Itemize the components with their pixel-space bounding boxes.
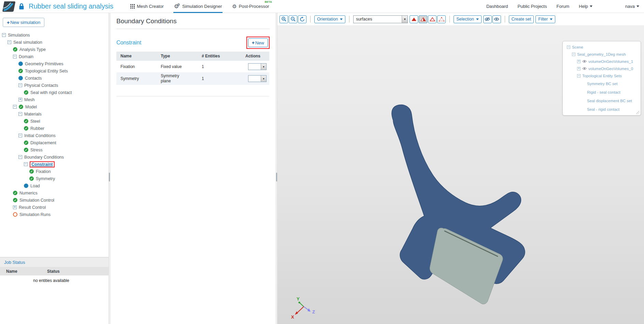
display-mode-solid-button[interactable]	[410, 15, 418, 23]
orientation-dropdown[interactable]: Orientation	[314, 15, 345, 23]
tree-item-displacement[interactable]: ✓Displacement	[0, 139, 109, 146]
mesh-display-select[interactable]: surfaces ▼	[353, 15, 408, 23]
tree-item-label[interactable]: Contacts	[25, 76, 42, 81]
tree-item-seal-with-rigid-contact[interactable]: ✓Seal with rigid contact	[0, 89, 109, 96]
tree-item-label[interactable]: Result Control	[19, 205, 46, 210]
collapse-box-icon[interactable]: −	[13, 55, 17, 58]
tree-item-geometry-primitives[interactable]: Geometry Primitives	[0, 60, 109, 67]
tree-item-contacts[interactable]: Contacts	[0, 75, 109, 82]
collapse-box-icon[interactable]: −	[18, 83, 22, 87]
tree-item-result-control[interactable]: +Result Control	[0, 204, 109, 211]
actions-select[interactable]: ▼	[248, 75, 267, 82]
new-simulation-button[interactable]: + New simulation	[3, 18, 44, 27]
scene-item-topological-entity-sets[interactable]: −Topological Entity Sets	[564, 72, 639, 79]
tree-item-mesh[interactable]: +Mesh	[0, 96, 109, 103]
scene-item-label[interactable]: Rigid - seal contact	[587, 90, 620, 94]
tree-item-label[interactable]: Fixation	[36, 169, 51, 174]
zoom-out-button[interactable]	[289, 15, 297, 23]
expand-box-icon[interactable]: +	[577, 60, 581, 63]
tree-item-simulation-control[interactable]: ✓Simulation Control	[0, 197, 109, 204]
collapse-box-icon[interactable]: −	[13, 105, 17, 109]
eye-icon[interactable]	[582, 60, 587, 63]
scene-item-label[interactable]: Topological Entity Sets	[582, 74, 622, 78]
tree-item-materials[interactable]: −Materials	[0, 110, 109, 118]
user-menu[interactable]: nava	[625, 4, 639, 9]
collapse-box-icon[interactable]: −	[18, 112, 22, 116]
tree-item-simulation-runs[interactable]: Simulation Runs	[0, 211, 109, 218]
new-constraint-button[interactable]: + New	[248, 38, 268, 47]
scene-item-label[interactable]: Scene	[572, 45, 583, 49]
scene-item-rigid-seal-contact[interactable]: Rigid - seal contact	[564, 88, 639, 96]
collapse-box-icon[interactable]: −	[2, 33, 6, 37]
tree-item-fixation[interactable]: ✓Fixation	[0, 168, 109, 175]
collapse-box-icon[interactable]: −	[8, 40, 11, 44]
tree-item-initial-conditions[interactable]: −Initial Conditions	[0, 132, 109, 139]
filter-dropdown[interactable]: Filter	[535, 15, 555, 23]
resize-handle[interactable]	[636, 111, 640, 114]
display-mode-surface-wireframe-button[interactable]	[419, 15, 427, 23]
tree-item-label[interactable]: Mesh	[24, 97, 35, 102]
scene-item-label[interactable]: Seal - rigid contact	[587, 107, 619, 111]
scene-item-label[interactable]: Seal_geometry_1Deg mesh	[577, 52, 626, 56]
tree-item-domain[interactable]: −Domain	[0, 53, 109, 60]
display-mode-points-button[interactable]	[437, 15, 446, 23]
create-set-button[interactable]: Create set	[509, 15, 534, 23]
nav-dashboard[interactable]: Dashboard	[486, 4, 508, 9]
collapse-box-icon[interactable]: −	[24, 162, 28, 166]
zoom-in-button[interactable]	[280, 15, 288, 23]
tree-item-rubber[interactable]: ✓Rubber	[0, 125, 109, 132]
tree-item-label[interactable]: Materials	[24, 112, 42, 117]
tab-mesh-creator[interactable]: Mesh Creator	[130, 0, 164, 13]
tree-item-label[interactable]: Analysis Type	[19, 47, 46, 52]
tree-item-label[interactable]: Simulations	[8, 33, 30, 38]
tree-item-label[interactable]: Displacement	[30, 140, 56, 145]
tab-simulation-designer[interactable]: ⚙⚙Simulation Designer	[174, 0, 222, 13]
tree-item-label[interactable]: Steel	[30, 119, 40, 124]
tree-item-seal-simulation[interactable]: −Seal simulation	[0, 39, 109, 46]
scene-item-label[interactable]: Seal displacement BC set	[587, 99, 632, 103]
expand-box-icon[interactable]: +	[577, 67, 581, 70]
scene-item-seal-geometry-1deg-mesh[interactable]: −Seal_geometry_1Deg mesh	[564, 51, 639, 58]
tree-item-label[interactable]: Domain	[19, 54, 33, 59]
scene-item-volumeongeovolumes-0[interactable]: +volumeOnGeoVolumes_0	[564, 65, 639, 72]
scene-item-seal-displacement-bc-set[interactable]: Seal displacement BC set	[564, 96, 639, 105]
expand-box-icon[interactable]: +	[18, 98, 22, 102]
tree-item-label[interactable]: Simulation Runs	[19, 212, 51, 217]
eye-icon[interactable]	[582, 67, 587, 70]
scene-item-seal-rigid-contact[interactable]: Seal - rigid contact	[564, 105, 639, 113]
tree-item-label[interactable]: Physical Contacts	[24, 83, 58, 88]
tree-item-analysis-type[interactable]: ✓Analysis Type	[0, 46, 109, 53]
scene-item-label[interactable]: volumeOnGeoVolumes_0	[588, 67, 633, 71]
display-mode-wireframe-button[interactable]	[428, 15, 437, 23]
tree-item-label[interactable]: Model	[25, 105, 37, 109]
tree-item-label[interactable]: Geometry Primitives	[25, 62, 63, 66]
tree-item-label[interactable]: Initial Conditions	[24, 133, 56, 138]
tree-item-label[interactable]: Boundary Conditions	[24, 155, 64, 160]
render-canvas[interactable]: Y X Z −Scene−Seal_geometry_1Deg mesh+vol…	[277, 25, 644, 324]
scene-item-scene[interactable]: −Scene	[564, 43, 639, 51]
nav-forum[interactable]: Forum	[556, 4, 569, 9]
selection-dropdown[interactable]: Selection	[454, 15, 481, 23]
tree-item-symmetry[interactable]: ✓Symmetry	[0, 175, 109, 182]
tree-item-model[interactable]: −✓Model	[0, 103, 109, 110]
tab-post-processor[interactable]: ⚙Post-ProcessorBETA	[232, 0, 269, 13]
tree-item-label[interactable]: Symmetry	[36, 176, 55, 181]
tree-item-boundary-conditions[interactable]: −Boundary Conditions	[0, 153, 109, 161]
collapse-box-icon[interactable]: −	[572, 53, 575, 56]
nav-public-projects[interactable]: Public Projects	[518, 4, 547, 9]
scene-item-label[interactable]: Symmetry BC set	[587, 82, 617, 86]
collapse-box-icon[interactable]: −	[18, 155, 22, 159]
collapse-box-icon[interactable]: −	[567, 45, 570, 49]
expand-box-icon[interactable]: +	[13, 205, 17, 209]
tree-item-label[interactable]: Rubber	[30, 126, 44, 131]
right-splitter[interactable]	[276, 13, 277, 324]
collapse-box-icon[interactable]: −	[577, 74, 581, 78]
actions-select[interactable]: ▼	[248, 63, 267, 70]
tree-item-label[interactable]: Seal with rigid contact	[30, 90, 72, 95]
tree-item-label[interactable]: Seal simulation	[13, 40, 42, 45]
tree-item-steel[interactable]: ✓Steel	[0, 118, 109, 125]
tree-item-label[interactable]: Numerics	[19, 191, 38, 195]
tree-item-label[interactable]: Topological Entity Sets	[25, 69, 68, 73]
tree-item-stress[interactable]: ✓Stress	[0, 146, 109, 153]
scene-item-symmetry-bc-set[interactable]: Symmetry BC set	[564, 79, 639, 88]
